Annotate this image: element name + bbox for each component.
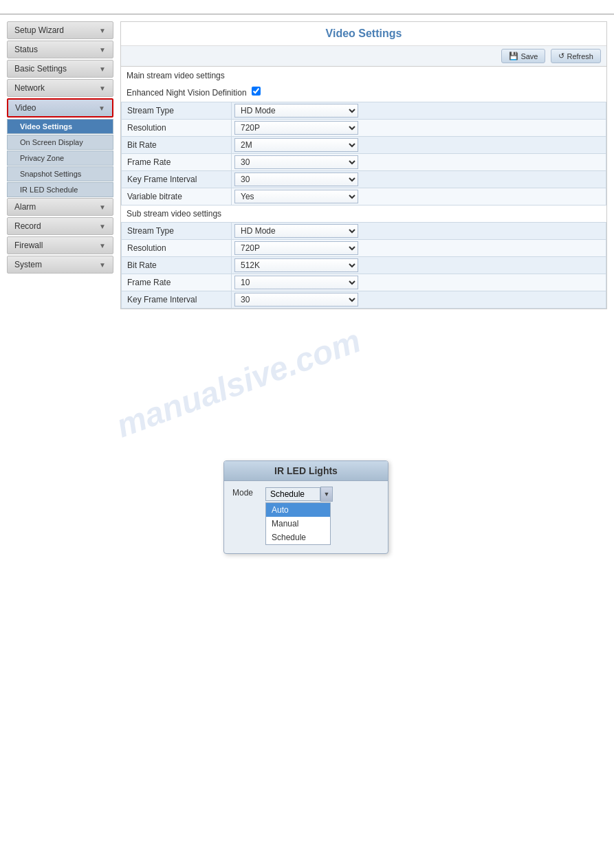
field-value: 720P — [232, 120, 606, 137]
ir-led-body: Mode Schedule ▼ Auto Manual Schedule — [224, 481, 388, 553]
field-value: 720P — [232, 240, 606, 257]
sidebar-item-label: Record — [14, 221, 41, 231]
field-value: HD Mode — [232, 102, 606, 120]
sidebar-item-video[interactable]: Video ▼ — [7, 98, 113, 118]
main-stream-label: Main stream video settings — [121, 67, 606, 85]
stream-type-select-wrapper: HD Mode — [234, 104, 603, 118]
ir-led-mode-label: Mode — [232, 487, 260, 498]
refresh-icon: ↺ — [558, 52, 564, 60]
sidebar-item-firewall[interactable]: Firewall ▼ — [7, 236, 113, 254]
sidebar-item-setup-wizard[interactable]: Setup Wizard ▼ — [7, 21, 113, 39]
sidebar-sub-item-snapshot-settings[interactable]: Snapshot Settings — [7, 166, 113, 181]
field-label: Frame Rate — [122, 154, 232, 171]
sidebar-sub-item-privacy-zone[interactable]: Privacy Zone — [7, 151, 113, 166]
sidebar-item-label: Network — [14, 83, 45, 93]
bit-rate-select[interactable]: 2M — [234, 138, 358, 152]
ir-led-popup: IR LED Lights Mode Schedule ▼ Auto Manua… — [223, 460, 388, 554]
field-label: Key Frame Interval — [122, 291, 232, 309]
enhanced-night-row: Enhanced Night Vision Definition — [121, 85, 606, 102]
table-row: Stream Type HD Mode — [122, 102, 606, 120]
save-icon: 💾 — [509, 52, 518, 60]
sub-stream-type-select[interactable]: HD Mode — [234, 224, 358, 238]
page-title: Video Settings — [121, 22, 606, 46]
sub-stream-label: Sub stream video settings — [121, 205, 606, 222]
stream-type-select[interactable]: HD Mode — [234, 104, 358, 118]
chevron-right-icon: ▼ — [99, 261, 106, 269]
sidebar-item-label: Video — [15, 103, 36, 113]
sidebar-item-network[interactable]: Network ▼ — [7, 79, 113, 97]
sidebar-sub-item-video-settings[interactable]: Video Settings — [7, 119, 113, 134]
table-row: Frame Rate 30 — [122, 154, 606, 171]
table-row: Key Frame Interval 30 — [122, 291, 606, 309]
sidebar-sub-item-label: Video Settings — [20, 122, 72, 131]
ir-mode-wrapper: Schedule ▼ Auto Manual Schedule — [265, 487, 333, 545]
enhanced-night-label: Enhanced Night Vision Definition — [127, 88, 247, 98]
chevron-down-icon: ▼ — [98, 104, 105, 112]
main-stream-table: Stream Type HD Mode Resolution — [121, 102, 606, 205]
ir-mode-current[interactable]: Schedule — [265, 487, 320, 501]
field-value: 30 — [232, 291, 606, 309]
field-label: Key Frame Interval — [122, 171, 232, 188]
sidebar-item-record[interactable]: Record ▼ — [7, 217, 113, 235]
sidebar-item-label: Basic Settings — [14, 64, 67, 74]
table-row: Variable bitrate Yes — [122, 188, 606, 205]
refresh-button[interactable]: ↺ Refresh — [551, 49, 601, 63]
sidebar-sub-item-ir-led-schedule[interactable]: IR LED Schedule — [7, 182, 113, 197]
sidebar-sub-item-label: Snapshot Settings — [20, 170, 81, 178]
watermark: manualsive.com — [111, 322, 366, 445]
table-row: Resolution 720P — [122, 240, 606, 257]
sidebar-sub-item-label: Privacy Zone — [20, 154, 64, 162]
save-button[interactable]: 💾 Save — [501, 49, 545, 63]
sidebar-sub-item-on-screen-display[interactable]: On Screen Display — [7, 135, 113, 150]
field-label: Stream Type — [122, 102, 232, 120]
chevron-right-icon: ▼ — [99, 203, 106, 211]
field-label: Bit Rate — [122, 257, 232, 274]
chevron-right-icon: ▼ — [99, 65, 106, 73]
key-frame-interval-select[interactable]: 30 — [234, 173, 358, 186]
field-value: 30 — [232, 154, 606, 171]
ir-led-mode-row: Mode Schedule ▼ Auto Manual Schedule — [232, 487, 380, 545]
sidebar-item-basic-settings[interactable]: Basic Settings ▼ — [7, 60, 113, 78]
table-row: Bit Rate 512K — [122, 257, 606, 274]
field-value: 2M — [232, 137, 606, 154]
sidebar-item-label: Firewall — [14, 241, 43, 250]
sidebar-sub-item-label: IR LED Schedule — [20, 186, 78, 194]
table-row: Key Frame Interval 30 — [122, 171, 606, 188]
chevron-right-icon: ▼ — [99, 242, 106, 249]
field-label: Bit Rate — [122, 137, 232, 154]
ir-mode-dropdown-arrow[interactable]: ▼ — [320, 487, 333, 502]
field-value: 30 — [232, 171, 606, 188]
sidebar-item-alarm[interactable]: Alarm ▼ — [7, 198, 113, 216]
sub-key-frame-interval-select[interactable]: 30 — [234, 293, 358, 307]
ir-dropdown-item-schedule[interactable]: Schedule — [266, 531, 330, 544]
resolution-select[interactable]: 720P — [234, 121, 358, 135]
sidebar-item-status[interactable]: Status ▼ — [7, 41, 113, 58]
field-label: Resolution — [122, 240, 232, 257]
sub-resolution-select[interactable]: 720P — [234, 241, 358, 255]
field-value: HD Mode — [232, 223, 606, 240]
variable-bitrate-select[interactable]: Yes — [234, 190, 358, 203]
sub-bit-rate-select[interactable]: 512K — [234, 258, 358, 272]
chevron-right-icon: ▼ — [99, 85, 106, 92]
chevron-right-icon: ▼ — [99, 46, 106, 54]
ir-dropdown-item-manual[interactable]: Manual — [266, 517, 330, 531]
table-row: Bit Rate 2M — [122, 137, 606, 154]
enhanced-night-checkbox[interactable] — [252, 87, 261, 96]
sidebar-item-system[interactable]: System ▼ — [7, 256, 113, 274]
table-row: Stream Type HD Mode — [122, 223, 606, 240]
field-label: Frame Rate — [122, 274, 232, 291]
sidebar-item-label: System — [14, 260, 42, 269]
sub-frame-rate-select[interactable]: 10 — [234, 276, 358, 289]
chevron-right-icon: ▼ — [99, 27, 106, 34]
table-row: Resolution 720P — [122, 120, 606, 137]
ir-dropdown-item-auto[interactable]: Auto — [266, 503, 330, 517]
sidebar-sub-item-label: On Screen Display — [20, 138, 83, 146]
field-value: 10 — [232, 274, 606, 291]
sidebar-item-label: Alarm — [14, 202, 36, 212]
ir-led-title: IR LED Lights — [224, 461, 388, 481]
ir-mode-select-wrapper: Schedule ▼ — [265, 487, 333, 502]
content-area: Video Settings 💾 Save ↺ Refresh Main str… — [120, 21, 607, 309]
table-row: Frame Rate 10 — [122, 274, 606, 291]
sidebar: Setup Wizard ▼ Status ▼ Basic Settings ▼… — [7, 21, 113, 309]
frame-rate-select[interactable]: 30 — [234, 155, 358, 169]
